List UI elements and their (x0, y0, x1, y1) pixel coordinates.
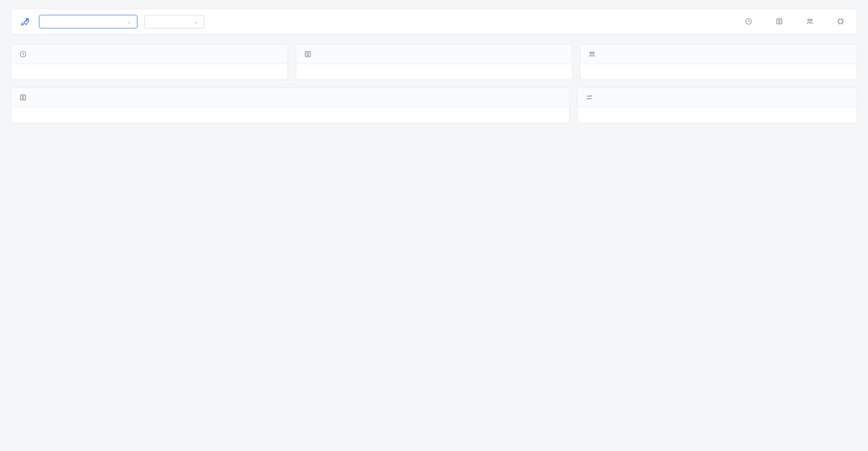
stat-memory (775, 18, 786, 26)
cpu-icon (837, 18, 844, 25)
instance-selector[interactable]: ⌄ (39, 15, 137, 28)
stats-block (745, 18, 848, 26)
top-bar: ⌄ ⌄ (11, 9, 857, 34)
stat-processors (837, 18, 848, 26)
chevron-down-icon: ⌄ (193, 18, 198, 25)
swap-icon (585, 94, 593, 101)
memory-icon (775, 18, 783, 25)
svg-point-4 (810, 19, 813, 21)
card-cpu (11, 44, 288, 80)
stat-thread (806, 18, 817, 26)
thread-icon (588, 50, 596, 58)
card-memory (296, 44, 573, 80)
svg-rect-5 (839, 19, 843, 23)
card-swap (577, 88, 857, 123)
thread-icon (806, 18, 814, 25)
card-disk (11, 88, 570, 123)
memory-icon (304, 50, 312, 58)
gauge-icon (19, 50, 27, 58)
svg-point-9 (593, 52, 595, 54)
gauge-icon (745, 18, 752, 25)
stat-cpu (745, 18, 756, 26)
disk-icon (19, 94, 27, 101)
chevron-down-icon: ⌄ (127, 18, 131, 25)
time-range-selector[interactable]: ⌄ (144, 15, 204, 28)
svg-point-8 (590, 52, 592, 54)
rocket-icon (20, 17, 30, 27)
card-threads (580, 44, 857, 80)
svg-point-3 (808, 19, 810, 21)
